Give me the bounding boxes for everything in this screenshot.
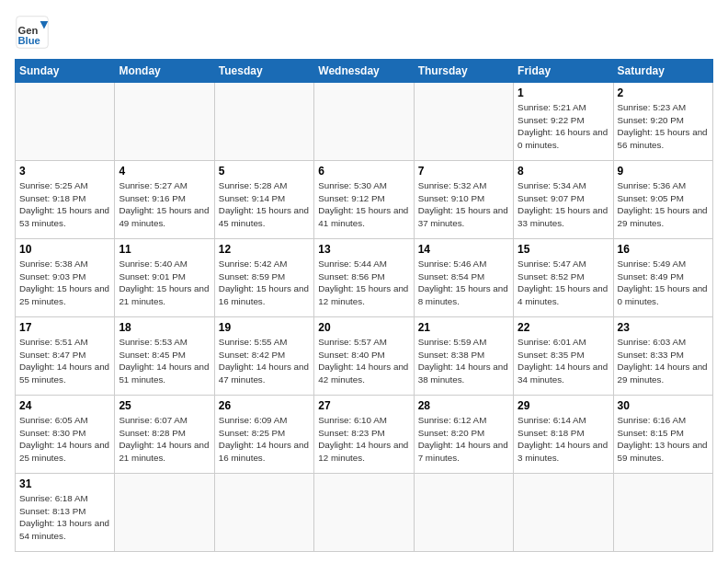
day-info: Sunrise: 6:18 AM Sunset: 8:13 PM Dayligh… (19, 492, 110, 543)
day-info: Sunrise: 5:59 AM Sunset: 8:38 PM Dayligh… (418, 336, 509, 386)
day-number: 6 (318, 165, 409, 178)
svg-text:Blue: Blue (17, 35, 40, 46)
calendar-cell: 26Sunrise: 6:09 AM Sunset: 8:25 PM Dayli… (214, 396, 313, 474)
day-info: Sunrise: 6:16 AM Sunset: 8:15 PM Dayligh… (618, 414, 709, 465)
day-number: 23 (618, 321, 709, 334)
day-number: 7 (418, 165, 509, 178)
day-number: 25 (119, 399, 210, 412)
week-row-4: 17Sunrise: 5:51 AM Sunset: 8:47 PM Dayli… (16, 317, 713, 396)
calendar-cell (514, 474, 613, 552)
day-info: Sunrise: 5:46 AM Sunset: 8:54 PM Dayligh… (418, 258, 509, 308)
day-number: 18 (119, 321, 210, 334)
calendar-cell: 6Sunrise: 5:30 AM Sunset: 9:12 PM Daylig… (314, 161, 414, 239)
day-number: 30 (618, 399, 709, 412)
calendar-cell: 14Sunrise: 5:46 AM Sunset: 8:54 PM Dayli… (414, 239, 513, 317)
header-cell-tuesday: Tuesday (214, 60, 313, 83)
day-info: Sunrise: 5:49 AM Sunset: 8:49 PM Dayligh… (618, 258, 709, 308)
calendar-cell: 22Sunrise: 6:01 AM Sunset: 8:35 PM Dayli… (514, 317, 613, 396)
calendar-cell: 1Sunrise: 5:21 AM Sunset: 9:22 PM Daylig… (514, 83, 613, 161)
calendar-cell: 20Sunrise: 5:57 AM Sunset: 8:40 PM Dayli… (314, 317, 414, 396)
day-info: Sunrise: 6:05 AM Sunset: 8:30 PM Dayligh… (19, 414, 110, 465)
day-number: 14 (418, 243, 509, 256)
day-info: Sunrise: 5:51 AM Sunset: 8:47 PM Dayligh… (19, 336, 110, 386)
calendar-cell (613, 474, 712, 552)
day-number: 29 (518, 399, 609, 412)
day-info: Sunrise: 6:09 AM Sunset: 8:25 PM Dayligh… (219, 414, 310, 465)
header-cell-saturday: Saturday (613, 60, 712, 83)
calendar-cell (16, 83, 115, 161)
header-cell-thursday: Thursday (414, 60, 513, 83)
header-cell-monday: Monday (115, 60, 214, 83)
day-info: Sunrise: 5:36 AM Sunset: 9:05 PM Dayligh… (618, 179, 709, 230)
calendar-cell (314, 474, 414, 552)
day-info: Sunrise: 5:55 AM Sunset: 8:42 PM Dayligh… (219, 336, 310, 386)
svg-text:Gen: Gen (17, 25, 38, 36)
header-cell-sunday: Sunday (16, 60, 115, 83)
calendar-cell: 8Sunrise: 5:34 AM Sunset: 9:07 PM Daylig… (514, 161, 613, 239)
week-row-6: 31Sunrise: 6:18 AM Sunset: 8:13 PM Dayli… (16, 474, 713, 552)
day-number: 8 (518, 165, 609, 178)
calendar-cell: 11Sunrise: 5:40 AM Sunset: 9:01 PM Dayli… (115, 239, 214, 317)
calendar-cell (115, 83, 214, 161)
day-info: Sunrise: 5:42 AM Sunset: 8:59 PM Dayligh… (219, 258, 310, 308)
calendar-cell: 3Sunrise: 5:25 AM Sunset: 9:18 PM Daylig… (16, 161, 115, 239)
week-row-5: 24Sunrise: 6:05 AM Sunset: 8:30 PM Dayli… (16, 396, 713, 474)
day-number: 5 (219, 165, 310, 178)
day-number: 4 (119, 165, 210, 178)
day-number: 28 (418, 399, 509, 412)
day-number: 19 (219, 321, 310, 334)
day-number: 12 (219, 243, 310, 256)
day-info: Sunrise: 5:40 AM Sunset: 9:01 PM Dayligh… (119, 258, 210, 308)
calendar-cell (115, 474, 214, 552)
day-info: Sunrise: 6:10 AM Sunset: 8:23 PM Dayligh… (318, 414, 409, 465)
calendar-cell: 28Sunrise: 6:12 AM Sunset: 8:20 PM Dayli… (414, 396, 513, 474)
day-info: Sunrise: 5:23 AM Sunset: 9:20 PM Dayligh… (618, 101, 709, 152)
calendar-cell: 19Sunrise: 5:55 AM Sunset: 8:42 PM Dayli… (214, 317, 313, 396)
day-number: 17 (19, 321, 110, 334)
day-number: 21 (418, 321, 509, 334)
calendar-cell: 17Sunrise: 5:51 AM Sunset: 8:47 PM Dayli… (16, 317, 115, 396)
day-info: Sunrise: 5:34 AM Sunset: 9:07 PM Dayligh… (518, 179, 609, 230)
calendar-cell (414, 83, 513, 161)
header-cell-friday: Friday (514, 60, 613, 83)
day-number: 20 (318, 321, 409, 334)
logo: Gen Blue (15, 15, 55, 50)
day-number: 3 (19, 165, 110, 178)
day-number: 1 (518, 86, 609, 99)
calendar-cell (314, 83, 414, 161)
day-number: 13 (318, 243, 409, 256)
header-cell-wednesday: Wednesday (314, 60, 414, 83)
calendar-cell (214, 474, 313, 552)
calendar-cell: 23Sunrise: 6:03 AM Sunset: 8:33 PM Dayli… (613, 317, 712, 396)
calendar-cell (214, 83, 313, 161)
calendar-cell: 27Sunrise: 6:10 AM Sunset: 8:23 PM Dayli… (314, 396, 414, 474)
day-info: Sunrise: 5:38 AM Sunset: 9:03 PM Dayligh… (19, 258, 110, 308)
day-number: 26 (219, 399, 310, 412)
day-info: Sunrise: 5:28 AM Sunset: 9:14 PM Dayligh… (219, 179, 310, 230)
day-number: 16 (618, 243, 709, 256)
day-info: Sunrise: 6:01 AM Sunset: 8:35 PM Dayligh… (518, 336, 609, 386)
day-number: 2 (618, 86, 709, 99)
day-info: Sunrise: 6:14 AM Sunset: 8:18 PM Dayligh… (518, 414, 609, 465)
day-info: Sunrise: 5:21 AM Sunset: 9:22 PM Dayligh… (518, 101, 609, 152)
page-header: Gen Blue (15, 15, 713, 50)
calendar-cell: 18Sunrise: 5:53 AM Sunset: 8:45 PM Dayli… (115, 317, 214, 396)
week-row-1: 1Sunrise: 5:21 AM Sunset: 9:22 PM Daylig… (16, 83, 713, 161)
day-info: Sunrise: 6:07 AM Sunset: 8:28 PM Dayligh… (119, 414, 210, 465)
day-number: 10 (19, 243, 110, 256)
week-row-3: 10Sunrise: 5:38 AM Sunset: 9:03 PM Dayli… (16, 239, 713, 317)
calendar-cell: 2Sunrise: 5:23 AM Sunset: 9:20 PM Daylig… (613, 83, 712, 161)
day-info: Sunrise: 5:25 AM Sunset: 9:18 PM Dayligh… (19, 179, 110, 230)
calendar-cell: 7Sunrise: 5:32 AM Sunset: 9:10 PM Daylig… (414, 161, 513, 239)
day-info: Sunrise: 6:12 AM Sunset: 8:20 PM Dayligh… (418, 414, 509, 465)
day-number: 24 (19, 399, 110, 412)
calendar-cell: 25Sunrise: 6:07 AM Sunset: 8:28 PM Dayli… (115, 396, 214, 474)
day-info: Sunrise: 5:27 AM Sunset: 9:16 PM Dayligh… (119, 179, 210, 230)
day-info: Sunrise: 5:47 AM Sunset: 8:52 PM Dayligh… (518, 258, 609, 308)
day-info: Sunrise: 5:30 AM Sunset: 9:12 PM Dayligh… (318, 179, 409, 230)
calendar-cell: 15Sunrise: 5:47 AM Sunset: 8:52 PM Dayli… (514, 239, 613, 317)
day-number: 15 (518, 243, 609, 256)
logo-icon: Gen Blue (15, 15, 50, 50)
calendar-cell: 4Sunrise: 5:27 AM Sunset: 9:16 PM Daylig… (115, 161, 214, 239)
day-number: 11 (119, 243, 210, 256)
